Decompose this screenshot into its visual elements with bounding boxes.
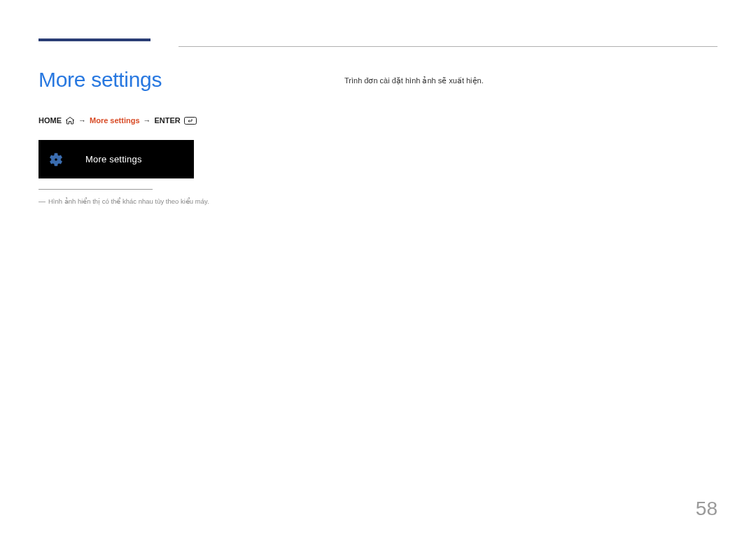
- menu-item-more-settings: More settings: [38, 140, 194, 178]
- footnote-dash: ―: [38, 197, 46, 206]
- arrow-1: →: [78, 116, 86, 125]
- page-title: More settings: [38, 68, 318, 92]
- gear-icon: [48, 151, 64, 168]
- horizontal-divider: [178, 46, 718, 47]
- sub-divider: [38, 189, 153, 190]
- content-columns: More settings HOME → More settings → ENT…: [38, 68, 718, 206]
- home-icon: [65, 117, 75, 125]
- footnote-text: Hình ảnh hiển thị có thể khác nhau tùy t…: [48, 197, 209, 206]
- left-column: More settings HOME → More settings → ENT…: [38, 68, 318, 206]
- breadcrumb: HOME → More settings → ENTER: [38, 116, 318, 125]
- page-container: More settings HOME → More settings → ENT…: [0, 0, 756, 534]
- description-text: Trình đơn cài đặt hình ảnh sẽ xuất hiện.: [344, 75, 718, 87]
- accent-bar: [38, 38, 150, 41]
- arrow-2: →: [144, 116, 151, 125]
- page-number: 58: [696, 498, 718, 520]
- breadcrumb-step: More settings: [90, 116, 140, 125]
- footnote: ― Hình ảnh hiển thị có thể khác nhau tùy…: [38, 197, 318, 206]
- right-column: Trình đơn cài đặt hình ảnh sẽ xuất hiện.: [344, 68, 718, 206]
- enter-icon: [184, 117, 197, 125]
- menu-label: More settings: [85, 154, 142, 164]
- breadcrumb-enter: ENTER: [155, 116, 181, 125]
- breadcrumb-home: HOME: [38, 116, 62, 125]
